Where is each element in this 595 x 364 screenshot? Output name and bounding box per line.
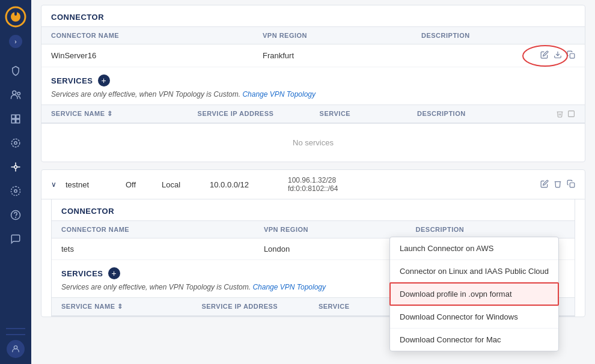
copy-icon[interactable] <box>567 50 575 61</box>
change-vpn-topology-link[interactable]: Change VPN Topology <box>242 90 316 99</box>
svg-point-18 <box>16 217 16 217</box>
col-service-ip: SERVICE IP ADDRESS <box>198 110 320 118</box>
network-ips: 100.96.1.32/28 fd:0:0:8102::/64 <box>288 176 527 193</box>
sidebar-item-users[interactable] <box>5 84 26 106</box>
network-copy-icon[interactable] <box>567 180 575 190</box>
col2-actions <box>517 226 565 233</box>
second-change-vpn-topology-link[interactable]: Change VPN Topology <box>252 283 326 291</box>
no-services-message: No services <box>41 123 585 162</box>
svg-point-3 <box>13 91 16 94</box>
chevron-icon: ∨ <box>51 180 66 189</box>
sidebar-item-network[interactable] <box>5 132 26 154</box>
first-services-section: SERVICES + Services are only effective, … <box>41 67 585 99</box>
col-connector-name: CONNECTOR NAME <box>51 32 263 39</box>
network-edit-icon[interactable] <box>540 180 549 190</box>
dropdown-item-windows[interactable]: Download Connector for Windows <box>390 306 558 329</box>
network-list-row[interactable]: ∨ testnet Off Local 10.0.0.0/12 100.96.1… <box>41 170 585 199</box>
col-service-desc: DESCRIPTION <box>417 110 539 118</box>
svg-rect-22 <box>569 111 575 117</box>
second-connector-table-header: CONNECTOR NAME VPN REGION DESCRIPTION <box>52 220 575 238</box>
sidebar-item-help[interactable] <box>5 204 26 226</box>
service-table-header: SERVICE NAME ⇕ SERVICE IP ADDRESS SERVIC… <box>41 105 585 123</box>
sidebar-item-settings[interactable] <box>5 180 26 202</box>
first-connector-row: WinServer16 Frankfurt <box>41 44 585 67</box>
svg-rect-7 <box>11 120 15 123</box>
svg-rect-2 <box>14 8 17 16</box>
first-connector-panel: CONNECTOR CONNECTOR NAME VPN REGION DESC… <box>41 5 585 162</box>
dropdown-item-aws[interactable]: Launch Connector on AWS <box>390 237 558 260</box>
col-description: DESCRIPTION <box>421 32 527 39</box>
second-services-title: SERVICES <box>61 269 103 278</box>
logo <box>5 6 26 28</box>
col-vpn-region: VPN REGION <box>263 32 421 39</box>
first-connector-table-header: CONNECTOR NAME VPN REGION DESCRIPTION <box>41 26 585 44</box>
main-content: CONNECTOR CONNECTOR NAME VPN REGION DESC… <box>31 0 595 364</box>
network-type: Local <box>162 180 210 189</box>
network-subnet: 10.0.0.0/12 <box>210 180 288 189</box>
col-service-actions <box>539 110 575 118</box>
services-title: SERVICES <box>51 76 93 85</box>
svg-point-9 <box>14 142 17 145</box>
svg-rect-21 <box>570 53 575 58</box>
second-add-service-button[interactable]: + <box>108 267 120 279</box>
sidebar-item-layers[interactable] <box>5 108 26 130</box>
first-connector-header: CONNECTOR <box>41 5 585 26</box>
sidebar: › <box>0 0 31 364</box>
svg-rect-23 <box>570 183 575 187</box>
sidebar-item-shield[interactable] <box>5 60 26 82</box>
dropdown-item-ovpn[interactable]: Download profile in .ovpn format <box>390 283 558 306</box>
sidebar-item-hub[interactable] <box>5 156 26 178</box>
col-actions <box>527 32 575 39</box>
network-delete-icon[interactable] <box>554 180 562 190</box>
svg-point-11 <box>14 166 17 169</box>
services-header-row: SERVICES + <box>51 74 575 86</box>
add-service-button[interactable]: + <box>98 74 110 86</box>
connector-name: WinServer16 <box>51 51 263 60</box>
svg-point-4 <box>17 93 20 96</box>
user-avatar[interactable] <box>7 340 25 358</box>
services-note: Services are only effective, when VPN To… <box>51 90 575 99</box>
col2-service-name: SERVICE NAME ⇕ <box>61 303 201 311</box>
network-actions <box>527 180 575 190</box>
network-name: testnet <box>66 180 126 189</box>
connector-region: Frankfurt <box>263 51 421 60</box>
svg-point-10 <box>11 139 20 147</box>
dropdown-menu: Launch Connector on AWS Connector on Lin… <box>389 237 559 351</box>
download-icon[interactable] <box>554 50 562 61</box>
col-service-name: SERVICE NAME ⇕ <box>51 110 198 118</box>
dropdown-item-mac[interactable]: Download Connector for Mac <box>390 329 558 351</box>
svg-point-16 <box>14 190 17 193</box>
svg-rect-8 <box>16 120 20 123</box>
svg-rect-5 <box>11 115 15 118</box>
col-service: SERVICE <box>320 110 417 118</box>
sidebar-item-chat[interactable] <box>5 228 26 250</box>
dropdown-item-linux[interactable]: Connector on Linux and IAAS Public Cloud <box>390 260 558 283</box>
col2-description: DESCRIPTION <box>416 226 517 233</box>
edit-icon[interactable] <box>540 50 549 61</box>
col2-connector-name: CONNECTOR NAME <box>61 226 264 233</box>
second-connector-header: CONNECTOR <box>52 199 575 220</box>
second-connector-name: tets <box>61 244 264 253</box>
svg-rect-6 <box>16 115 20 118</box>
col2-vpn-region: VPN REGION <box>264 226 416 233</box>
col2-service-ip: SERVICE IP ADDRESS <box>201 303 319 311</box>
first-connector-actions <box>527 50 575 61</box>
network-status: Off <box>126 180 162 189</box>
sidebar-toggle[interactable]: › <box>9 35 22 48</box>
